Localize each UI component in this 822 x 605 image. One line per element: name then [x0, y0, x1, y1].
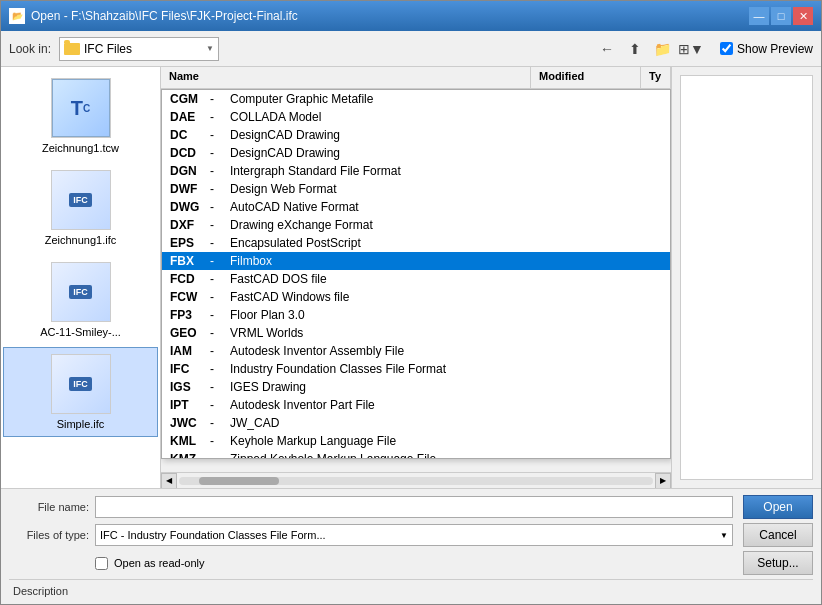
app-icon: 📂	[9, 8, 25, 24]
format-item[interactable]: FCW - FastCAD Windows file	[162, 288, 670, 306]
format-ext: DWG	[170, 200, 210, 214]
cancel-button[interactable]: Cancel	[743, 523, 813, 547]
file-name-input[interactable]	[95, 496, 733, 518]
format-dropdown[interactable]: CGM - Computer Graphic Metafile DAE - CO…	[161, 89, 671, 459]
look-in-arrow-icon: ▼	[206, 44, 214, 53]
file-thumbnail: IFC	[51, 262, 111, 322]
filetype-row: Files of type: IFC - Industry Foundation…	[9, 523, 813, 547]
format-item-selected[interactable]: FBX - Filmbox	[162, 252, 670, 270]
ifc-icon: IFC	[52, 355, 110, 413]
format-ext: KMZ	[170, 452, 210, 459]
format-ext: FP3	[170, 308, 210, 322]
format-item[interactable]: KML - Keyhole Markup Language File	[162, 432, 670, 450]
btn-column-2: Cancel	[743, 523, 813, 547]
scroll-left-button[interactable]: ◀	[161, 473, 177, 489]
center-panel: Name Modified Ty CGM - Computer Graphic …	[161, 67, 671, 488]
format-item[interactable]: GEO - VRML Worlds	[162, 324, 670, 342]
format-ext: IGS	[170, 380, 210, 394]
minimize-button[interactable]: —	[749, 7, 769, 25]
column-header-type[interactable]: Ty	[641, 67, 671, 88]
file-item-label: AC-11-Smiley-...	[8, 326, 153, 338]
file-name-label: File name:	[9, 501, 89, 513]
combo-arrow-icon: ▼	[720, 531, 728, 540]
title-bar-left: 📂 Open - F:\Shahzaib\IFC Files\FJK-Proje…	[9, 8, 298, 24]
format-ext: GEO	[170, 326, 210, 340]
close-button[interactable]: ✕	[793, 7, 813, 25]
title-controls: — □ ✕	[749, 7, 813, 25]
format-item[interactable]: DWG - AutoCAD Native Format	[162, 198, 670, 216]
scroll-track	[179, 477, 653, 485]
maximize-button[interactable]: □	[771, 7, 791, 25]
scroll-right-button[interactable]: ▶	[655, 473, 671, 489]
format-item[interactable]: IGS - IGES Drawing	[162, 378, 670, 396]
column-header-modified[interactable]: Modified	[531, 67, 641, 88]
new-folder-button[interactable]: 📁	[650, 37, 676, 61]
format-item[interactable]: FP3 - Floor Plan 3.0	[162, 306, 670, 324]
list-item[interactable]: IFC Simple.ifc	[3, 347, 158, 437]
toolbar: Look in: IFC Files ▼ ← ⬆ 📁 ⊞▼ Show Previ…	[1, 31, 821, 67]
ifc-badge: IFC	[69, 285, 92, 299]
list-item[interactable]: TC Zeichnung1.tcw	[3, 71, 158, 161]
files-of-type-label: Files of type:	[9, 529, 89, 541]
view-toggle-button[interactable]: ⊞▼	[678, 37, 704, 61]
format-item[interactable]: FCD - FastCAD DOS file	[162, 270, 670, 288]
look-in-combo[interactable]: IFC Files ▼	[59, 37, 219, 61]
format-ext: CGM	[170, 92, 210, 106]
left-panel: TC Zeichnung1.tcw IFC Zeichnung1.ifc IFC	[1, 67, 161, 488]
btn-column-3: Setup...	[743, 551, 813, 575]
list-item[interactable]: IFC AC-11-Smiley-...	[3, 255, 158, 345]
format-item[interactable]: IFC - Industry Foundation Classes File F…	[162, 360, 670, 378]
column-header-name[interactable]: Name	[161, 67, 531, 88]
format-ext: DC	[170, 128, 210, 142]
tcw-icon: TC	[52, 79, 110, 137]
file-thumbnail: IFC	[51, 170, 111, 230]
scroll-thumb	[199, 477, 279, 485]
format-ext: IAM	[170, 344, 210, 358]
filename-row: File name: Open	[9, 495, 813, 519]
list-item[interactable]: IFC Zeichnung1.ifc	[3, 163, 158, 253]
readonly-row: Open as read-only Setup...	[9, 551, 813, 575]
preview-area	[680, 75, 813, 480]
look-in-label: Look in:	[9, 42, 51, 56]
format-ext: IFC	[170, 362, 210, 376]
format-ext: DCD	[170, 146, 210, 160]
format-item[interactable]: DAE - COLLADA Model	[162, 108, 670, 126]
file-item-label: Simple.ifc	[8, 418, 153, 430]
format-item[interactable]: DC - DesignCAD Drawing	[162, 126, 670, 144]
description-section: Description	[9, 579, 813, 598]
format-ext: DWF	[170, 182, 210, 196]
ifc-icon: IFC	[52, 263, 110, 321]
format-item[interactable]: EPS - Encapsulated PostScript	[162, 234, 670, 252]
format-item[interactable]: DXF - Drawing eXchange Format	[162, 216, 670, 234]
format-item[interactable]: CGM - Computer Graphic Metafile	[162, 90, 670, 108]
format-ext: FBX	[170, 254, 210, 268]
main-content: TC Zeichnung1.tcw IFC Zeichnung1.ifc IFC	[1, 67, 821, 488]
open-readonly-checkbox[interactable]	[95, 557, 108, 570]
title-bar: 📂 Open - F:\Shahzaib\IFC Files\FJK-Proje…	[1, 1, 821, 31]
format-ext: DXF	[170, 218, 210, 232]
open-button[interactable]: Open	[743, 495, 813, 519]
format-item[interactable]: DGN - Intergraph Standard File Format	[162, 162, 670, 180]
setup-button[interactable]: Setup...	[743, 551, 813, 575]
format-item[interactable]: IPT - Autodesk Inventor Part File	[162, 396, 670, 414]
ifc-badge: IFC	[69, 193, 92, 207]
format-item[interactable]: DWF - Design Web Format	[162, 180, 670, 198]
show-preview-area: Show Preview	[720, 42, 813, 56]
format-item[interactable]: JWC - JW_CAD	[162, 414, 670, 432]
up-folder-button[interactable]: ⬆	[622, 37, 648, 61]
btn-column: Open	[743, 495, 813, 519]
back-button[interactable]: ←	[594, 37, 620, 61]
files-of-type-value: IFC - Industry Foundation Classes File F…	[100, 529, 720, 541]
show-preview-checkbox[interactable]	[720, 42, 733, 55]
ifc-badge: IFC	[69, 377, 92, 391]
format-item[interactable]: IAM - Autodesk Inventor Assembly File	[162, 342, 670, 360]
description-label: Description	[13, 585, 68, 597]
right-panel	[671, 67, 821, 488]
file-thumbnail: TC	[51, 78, 111, 138]
folder-icon	[64, 43, 80, 55]
format-item[interactable]: KMZ - Zipped Keyhole Markup Language Fil…	[162, 450, 670, 459]
files-of-type-combo[interactable]: IFC - Industry Foundation Classes File F…	[95, 524, 733, 546]
window-title: Open - F:\Shahzaib\IFC Files\FJK-Project…	[31, 9, 298, 23]
format-item[interactable]: DCD - DesignCAD Drawing	[162, 144, 670, 162]
horizontal-scrollbar[interactable]: ◀ ▶	[161, 472, 671, 488]
